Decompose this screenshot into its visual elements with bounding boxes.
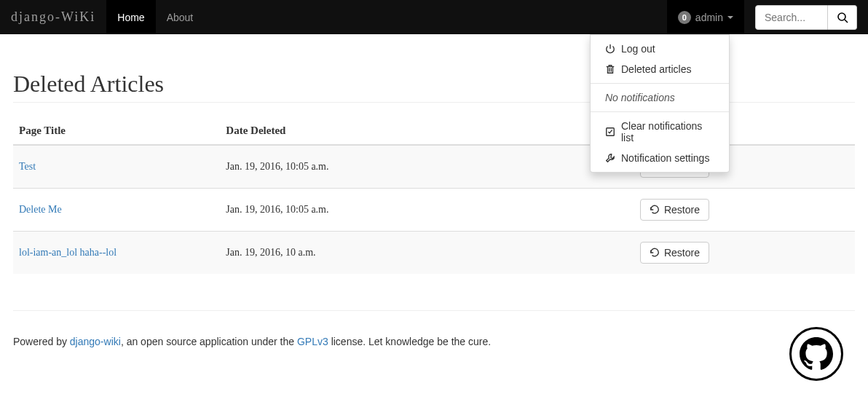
footer: Powered by django-wiki, an open source a… [0, 336, 868, 377]
restore-button[interactable]: Restore [640, 199, 709, 221]
refresh-icon [650, 205, 660, 215]
dropdown-divider [591, 111, 729, 112]
caret-down-icon [727, 16, 733, 19]
article-link[interactable]: Delete Me [19, 204, 62, 215]
footer-mid: , an open source application under the [121, 336, 297, 347]
footer-link-gplv3[interactable]: GPLv3 [297, 336, 328, 347]
footer-link-djangowiki[interactable]: django-wiki [70, 336, 121, 347]
octocat-icon [800, 337, 833, 371]
dropdown-deleted-label: Deleted articles [621, 63, 692, 75]
dropdown-no-notifications: No notifications [591, 87, 729, 108]
dropdown-logout-label: Log out [621, 43, 655, 55]
article-link[interactable]: Test [19, 161, 36, 172]
wrench-icon [605, 153, 615, 163]
table-row: Delete Me Jan. 19, 2016, 10:05 a.m. Rest… [13, 189, 855, 232]
check-square-icon [605, 127, 615, 137]
nav-about[interactable]: About [156, 0, 205, 34]
col-date-deleted: Date Deleted [220, 117, 437, 145]
footer-pre: Powered by [13, 336, 70, 347]
svg-point-0 [838, 13, 845, 20]
nav-left: django-WiKi Home About [0, 0, 204, 34]
dropdown-clear-label: Clear notifications list [621, 120, 714, 143]
nav-home[interactable]: Home [106, 0, 155, 34]
svg-line-1 [845, 20, 848, 23]
footer-divider [13, 310, 855, 311]
footer-post: license. Let knowledge be the cure. [328, 336, 491, 347]
trash-icon [605, 64, 615, 74]
dropdown-divider [591, 83, 729, 84]
dropdown-deleted-articles[interactable]: Deleted articles [591, 59, 729, 79]
restore-label: Restore [664, 204, 700, 216]
navbar: django-WiKi Home About 0 admin Log out [0, 0, 868, 34]
nav-right: 0 admin [667, 0, 868, 34]
search-input[interactable] [755, 5, 828, 30]
page-container: Deleted Articles Page Title Date Deleted… [0, 34, 868, 336]
notification-badge: 0 [678, 11, 691, 24]
github-link[interactable] [789, 327, 843, 377]
dropdown-logout[interactable]: Log out [591, 39, 729, 59]
dropdown-notification-settings[interactable]: Notification settings [591, 148, 729, 168]
restore-button[interactable]: Restore [640, 242, 709, 264]
article-link[interactable]: lol-iam-an_lol haha--lol [19, 247, 117, 258]
date-cell: Jan. 19, 2016, 10:05 a.m. [220, 145, 437, 189]
brand[interactable]: django-WiKi [0, 0, 106, 34]
refresh-icon [650, 248, 660, 258]
search-icon [837, 12, 848, 23]
date-cell: Jan. 19, 2016, 10 a.m. [220, 232, 437, 275]
user-dropdown: Log out Deleted articles No notification… [590, 34, 730, 173]
username-label: admin [695, 12, 723, 23]
col-page-title: Page Title [13, 117, 220, 145]
dropdown-clear-notifications[interactable]: Clear notifications list [591, 116, 729, 148]
dropdown-settings-label: Notification settings [621, 152, 709, 164]
search-group [744, 0, 868, 34]
user-menu-toggle[interactable]: 0 admin [667, 0, 744, 34]
restore-label: Restore [664, 247, 700, 259]
date-cell: Jan. 19, 2016, 10:05 a.m. [220, 189, 437, 232]
search-button[interactable] [828, 5, 857, 30]
table-row: lol-iam-an_lol haha--lol Jan. 19, 2016, … [13, 232, 855, 275]
power-icon [605, 44, 615, 54]
